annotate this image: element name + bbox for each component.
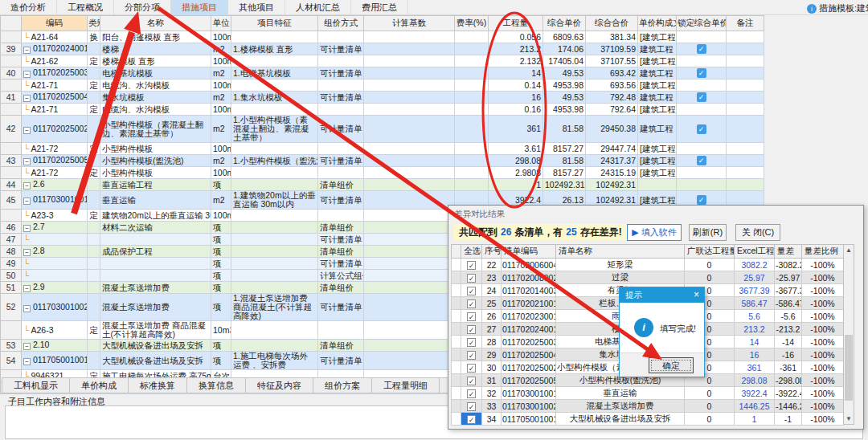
item-code[interactable]: −011702025004: [22, 92, 88, 104]
diff-item-name[interactable]: 大型机械设备进出场及安拆: [556, 413, 685, 426]
project-feature[interactable]: 1.电梯基坑模板: [231, 67, 318, 79]
unit[interactable]: 项: [211, 352, 231, 370]
project-feature[interactable]: [231, 246, 318, 258]
col-header-备注[interactable]: 备注: [727, 16, 764, 31]
row-number[interactable]: [1, 55, 22, 67]
item-code[interactable]: −011702025003: [22, 67, 88, 79]
category[interactable]: [88, 282, 100, 294]
glodon-quantity[interactable]: 0: [685, 271, 735, 284]
quantity-diff[interactable]: -298.08: [775, 374, 802, 387]
row-indicator[interactable]: [452, 387, 461, 400]
project-feature[interactable]: [231, 31, 318, 43]
rate[interactable]: [455, 143, 489, 155]
grid-row[interactable]: 41−011702025004集水坑模板m21.集水坑模板可计量清单1649.5…: [1, 92, 764, 104]
diff-item-code[interactable]: 011702025003: [502, 336, 556, 348]
diff-ratio[interactable]: -100%: [802, 413, 844, 426]
row-number[interactable]: 45: [1, 191, 22, 210]
row-number[interactable]: [1, 210, 22, 222]
pricing-method[interactable]: [318, 79, 364, 92]
grid-row[interactable]: 43−011702025005小型构件模板(盥洗池)m21.小型构件模板（盥洗池…: [1, 155, 764, 167]
diff-row[interactable]: ✓22011702006004矩形梁03082.2-3082.2-100%: [452, 259, 844, 271]
project-feature[interactable]: [231, 167, 318, 179]
calc-base[interactable]: [364, 43, 455, 55]
item-name[interactable]: 电缆沟、水沟模板: [100, 104, 211, 116]
diff-item-code[interactable]: 011702008002: [502, 271, 556, 284]
select-cell[interactable]: ✓: [461, 348, 482, 361]
category[interactable]: [88, 246, 100, 258]
diff-row-number[interactable]: 31: [482, 374, 502, 387]
quantity-diff[interactable]: -3677.39: [775, 284, 802, 297]
item-code[interactable]: └A21-71: [22, 104, 88, 116]
excel-quantity[interactable]: 5.6: [735, 310, 775, 323]
calc-base[interactable]: [364, 191, 455, 210]
diff-col-header-序号[interactable]: 序号: [482, 245, 502, 259]
diff-row-number[interactable]: 22: [482, 259, 502, 271]
pricing-method[interactable]: [318, 31, 364, 43]
row-number[interactable]: 48: [1, 246, 22, 258]
tab-其他项目[interactable]: 其他项目: [228, 0, 285, 15]
row-number[interactable]: [1, 167, 22, 179]
row-number[interactable]: 53: [1, 340, 22, 352]
quantity-diff[interactable]: -361: [775, 361, 802, 374]
category[interactable]: 定: [88, 143, 100, 155]
diff-row[interactable]: ✓34011705001001大型机械设备进出场及安拆01-1-100%: [452, 413, 844, 426]
rate[interactable]: [455, 179, 489, 191]
total-price[interactable]: 37109.59: [586, 43, 638, 55]
unit[interactable]: 项: [211, 294, 231, 321]
rate[interactable]: [455, 116, 489, 143]
row-indicator[interactable]: [452, 271, 461, 284]
category[interactable]: [88, 222, 100, 234]
note[interactable]: [727, 143, 764, 155]
calc-base[interactable]: [364, 282, 455, 294]
item-code[interactable]: └: [22, 234, 88, 246]
unit[interactable]: 10m3: [211, 321, 231, 340]
quantity[interactable]: 298.08: [489, 155, 543, 167]
project-feature[interactable]: [231, 321, 318, 340]
row-number[interactable]: 47: [1, 234, 22, 246]
quantity-diff[interactable]: -586.47: [775, 297, 802, 310]
grid-row[interactable]: └A21-72定小型构件模板100m22.98088157.2724315.19…: [1, 167, 764, 179]
diff-col-header-广联达工程量[interactable]: 广联达工程量: [685, 245, 735, 259]
item-name[interactable]: 小型构件模板: [100, 143, 211, 155]
diff-item-name[interactable]: 矩形梁: [556, 259, 685, 271]
lock-unit-price[interactable]: [677, 179, 727, 191]
note[interactable]: [727, 179, 764, 191]
note[interactable]: [727, 92, 764, 104]
unit[interactable]: m2: [211, 191, 231, 210]
item-name[interactable]: 楼梯模板 直形: [100, 55, 211, 67]
calc-base[interactable]: [364, 31, 455, 43]
quantity[interactable]: 213.2: [489, 43, 543, 55]
item-name[interactable]: [100, 234, 211, 246]
item-name[interactable]: 电梯基坑模板: [100, 67, 211, 79]
calc-base[interactable]: [364, 234, 455, 246]
calc-base[interactable]: [364, 67, 455, 79]
item-code[interactable]: −2.6: [22, 179, 88, 191]
item-name[interactable]: 建筑物20m以上的垂直运输 30m以内: [100, 210, 211, 222]
pricing-method[interactable]: 可计量清单: [318, 92, 364, 104]
category[interactable]: 定: [88, 79, 100, 92]
unit[interactable]: 项: [211, 222, 231, 234]
lock-unit-price[interactable]: ✓: [677, 155, 727, 167]
unit[interactable]: 100m2: [211, 104, 231, 116]
col-header-项目特征[interactable]: 项目特征: [231, 16, 318, 31]
project-feature[interactable]: [231, 210, 318, 222]
category[interactable]: [88, 234, 100, 246]
grid-row[interactable]: └A21-64换阳台、雨篷模板 直形100m20.0566809.63381.3…: [1, 31, 764, 43]
collapse-icon[interactable]: −: [23, 343, 31, 350]
lock-unit-price[interactable]: [677, 55, 727, 67]
pricing-method[interactable]: [318, 321, 364, 340]
quantity[interactable]: 0.14: [489, 79, 543, 92]
collapse-icon[interactable]: −: [23, 158, 31, 165]
quantity[interactable]: 2.9808: [489, 167, 543, 179]
pricing-method[interactable]: 可计量清单: [318, 191, 364, 210]
diff-row-number[interactable]: 27: [482, 323, 502, 336]
select-cell[interactable]: ✓: [461, 284, 482, 297]
diff-item-code[interactable]: 011702006004: [502, 259, 556, 271]
select-checkbox[interactable]: ✓: [467, 287, 476, 295]
price-composition-file[interactable]: 建筑工程: [638, 92, 677, 104]
price-composition-file[interactable]: 建筑工程: [638, 116, 677, 143]
category[interactable]: 定: [88, 55, 100, 67]
calc-base[interactable]: [364, 179, 455, 191]
project-feature[interactable]: [231, 340, 318, 352]
unit[interactable]: 项: [211, 340, 231, 352]
